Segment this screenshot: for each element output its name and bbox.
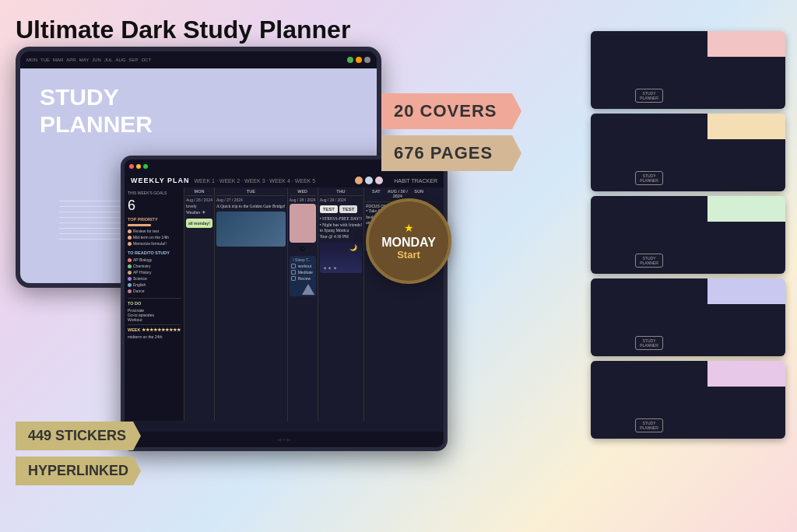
- day-sun: SUN: [409, 189, 429, 198]
- mon-sticker-1: all monday!: [186, 219, 212, 228]
- day-sat: AUG / 30 / 2024: [388, 189, 408, 198]
- cover-preview-1: STUDYPLANNER: [591, 31, 785, 109]
- stickers-label: 449 STICKERS: [28, 428, 126, 443]
- dot-study-4: [128, 277, 132, 281]
- cover-label-2: STUDYPLANNER: [635, 171, 663, 185]
- cover-strip-1: [707, 31, 785, 109]
- check-meditate: [291, 270, 296, 275]
- cover-preview-5: STUDYPLANNER: [591, 361, 785, 439]
- study-text-6: Dance: [133, 289, 144, 293]
- cover-preview-3: STUDYPLANNER: [591, 196, 785, 274]
- fri-sat-sun-headers: SAT AUG / 30 / 2024 SUN: [366, 189, 429, 198]
- sleep-label: ☽ Sleep T...: [291, 257, 314, 262]
- bar-1b: [707, 57, 785, 82]
- weekly-header: WEEKLY PLAN WEEK 1 · WEEK 2 · WEEK 3 · W…: [125, 173, 444, 187]
- thu-moon-scene: 🌙 ✦ ✦ ✦: [320, 242, 363, 273]
- monday-sub: Start: [397, 249, 420, 261]
- priority-item-1: Review for test: [128, 229, 181, 233]
- mon-date: Aug / 26 / 2024: [186, 198, 212, 202]
- hyperlinked-badge: HYPERLINKED: [16, 457, 141, 485]
- rating-label: WEEK ★★★★★★★★★★: [128, 327, 181, 332]
- ribbon-pages: 676 PAGES: [381, 135, 521, 171]
- bar-5a: [707, 361, 785, 387]
- read-study-label: TO READ/TO STUDY: [128, 250, 181, 255]
- priority-text-2: Mid-term on the 14th: [133, 235, 169, 240]
- bar-3c: [707, 248, 785, 274]
- habit-tracker-label: HABIT TRACKER: [394, 178, 437, 184]
- check-workout: [291, 264, 296, 268]
- cover-label-4: STUDYPLANNER: [635, 336, 663, 350]
- cover-dark-4: STUDYPLANNER: [591, 278, 707, 356]
- tue-photo: [216, 212, 286, 247]
- priority-item-3: Memorize formula!!: [128, 241, 181, 246]
- priority-bar: [128, 224, 151, 226]
- circle-3: [375, 177, 383, 184]
- dot-priority-3: [128, 242, 132, 246]
- monday-text: MONDAY: [381, 236, 436, 250]
- mon-weather: lovelyWeather ☀: [186, 204, 212, 215]
- day-thu: THU: [320, 189, 363, 196]
- test-box-2: TEST: [339, 205, 357, 213]
- cover-dark-3: STUDYPLANNER: [591, 196, 707, 274]
- bar-5b: [707, 387, 785, 412]
- ribbon-pages-shape: 676 PAGES: [381, 135, 521, 171]
- to-do-label: TO DO: [128, 301, 181, 306]
- check-review-text: Review: [298, 276, 311, 281]
- cover-dark-2: STUDYPLANNER: [591, 114, 707, 191]
- btn-close: [129, 164, 134, 169]
- day-fri: SAT: [366, 189, 386, 198]
- triangle-icon: [302, 284, 314, 295]
- check-workout-text: workout: [298, 264, 312, 268]
- priority-text-1: Review for test: [133, 229, 159, 233]
- checklist-meditate: Meditate: [291, 270, 314, 275]
- dot-study-5: [128, 283, 132, 287]
- check-meditate-text: Meditate: [298, 270, 313, 275]
- day-wed: WED: [290, 189, 316, 196]
- checklist-review: Review: [291, 276, 314, 281]
- study-text-4: Science: [133, 276, 147, 281]
- ribbon-covers: 20 COVERS: [381, 93, 521, 129]
- day-col-mon: MON Aug / 26 / 2024 lovelyWeather ☀ all …: [184, 187, 215, 421]
- cover-strip-3: [707, 196, 785, 274]
- dot-gray: [364, 57, 370, 63]
- week-nav: WEEK 1 · WEEK 2 · WEEK 3 · WEEK 4 · WEEK…: [195, 178, 316, 184]
- thu-date: Aug / 29 / 2024: [320, 198, 363, 202]
- dot-priority-1: [128, 229, 132, 233]
- priority-text-3: Memorize formula!!: [133, 241, 167, 246]
- triangle-container: [291, 284, 314, 295]
- thu-test-boxes: TEST TEST: [320, 205, 363, 213]
- covers-label: 20 COVERS: [394, 101, 497, 121]
- dot-study-3: [128, 271, 132, 275]
- day-col-wed: WED Aug / 28 / 2024 ☺ ☽ Sleep T... worko…: [288, 187, 318, 421]
- rating-section: WEEK ★★★★★★★★★★ midterm on the 24th: [128, 324, 181, 339]
- bar-5c: [707, 413, 785, 439]
- bar-4c: [707, 331, 785, 356]
- btn-max: [143, 164, 148, 169]
- bar-2a: [707, 114, 785, 139]
- cover-label-3: STUDYPLANNER: [635, 254, 663, 268]
- bar-2c: [707, 166, 785, 191]
- cover-dark-1: STUDYPLANNER: [591, 31, 707, 109]
- cover-strip-2: [707, 114, 785, 191]
- checklist-workout: workout: [291, 264, 314, 268]
- bar-1a: [707, 31, 785, 57]
- bar-2b: [707, 139, 785, 165]
- day-tue: TUE: [216, 189, 286, 196]
- monday-badge: ★ MONDAY Start: [366, 198, 451, 284]
- tue-date: Aug / 27 / 2024: [216, 198, 286, 202]
- bar-4a: [707, 278, 785, 304]
- study-item-4: Science: [128, 276, 181, 281]
- study-text-2: Chemistry: [133, 264, 151, 268]
- day-col-tue: TUE Aug / 27 / 2024 A Quick trip to the …: [215, 187, 288, 421]
- test-box-1: TEST: [320, 205, 338, 213]
- covers-panel: STUDYPLANNER STUDYPLANNER STUDYPLANNER: [591, 31, 785, 439]
- weekly-title: WEEKLY PLAN: [131, 177, 190, 184]
- week-number: 6: [128, 198, 181, 214]
- dot-study-6: [128, 289, 132, 293]
- midterm-text: midterm on the 24th: [128, 334, 181, 339]
- dot-study-2: [128, 264, 132, 268]
- priority-item-2: Mid-term on the 14th: [128, 235, 181, 240]
- cover-strip-5: [707, 361, 785, 439]
- moon-icon: 🌙: [349, 244, 357, 251]
- dot-orange: [356, 57, 362, 63]
